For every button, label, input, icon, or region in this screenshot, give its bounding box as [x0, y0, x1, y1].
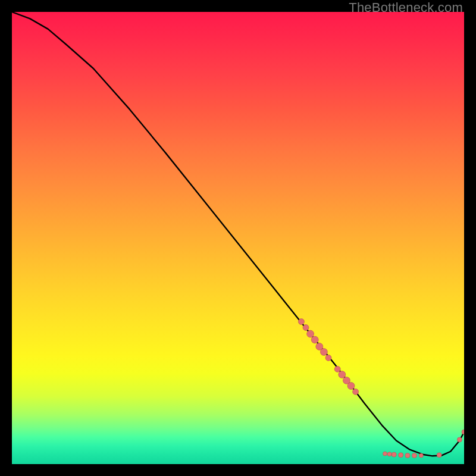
data-dot: [316, 343, 323, 350]
data-dot: [311, 336, 318, 343]
data-dot: [334, 366, 340, 372]
dots-layer: [12, 12, 464, 464]
curve-layer: [12, 12, 464, 464]
data-dot: [457, 437, 462, 442]
data-dot: [419, 453, 423, 458]
data-dot: [462, 430, 464, 434]
data-dot: [387, 452, 392, 456]
data-dot: [320, 349, 327, 356]
data-dot: [298, 319, 304, 325]
data-dot: [307, 330, 314, 337]
data-dot: [383, 452, 387, 456]
data-dot: [343, 377, 350, 384]
data-dot: [399, 453, 403, 458]
data-dot: [437, 453, 441, 458]
data-dot: [339, 371, 346, 378]
data-dot: [405, 453, 410, 458]
data-dot: [353, 389, 359, 394]
data-dot: [303, 324, 309, 330]
plot-area: [12, 12, 464, 464]
data-dot: [347, 383, 355, 390]
chart-stage: TheBottleneck.com: [0, 0, 476, 476]
data-dot: [325, 355, 331, 361]
bottleneck-curve: [12, 12, 464, 456]
data-dot: [392, 452, 396, 457]
data-dot: [412, 453, 416, 458]
